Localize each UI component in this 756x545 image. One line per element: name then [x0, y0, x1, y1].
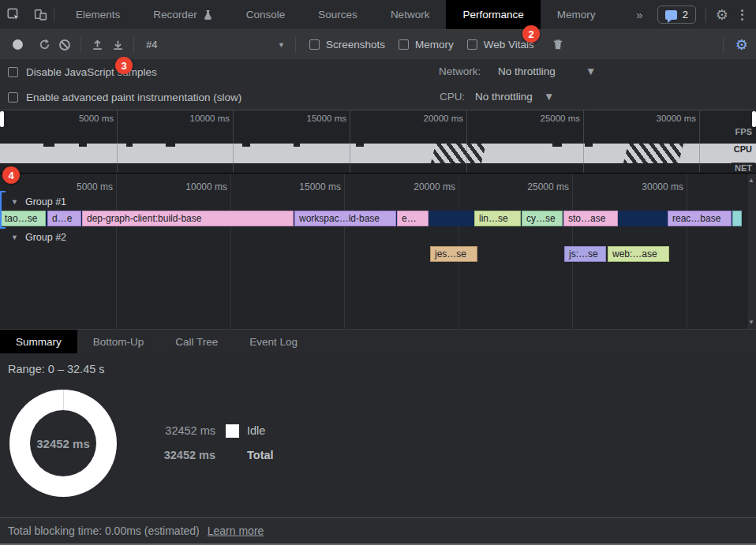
flame-bar-workspac-ld-base[interactable]: workspac…ld-base [294, 211, 396, 226]
checkbox-web-vitals[interactable]: Web Vitals [467, 39, 534, 50]
flame-tick-label: 25000 ms [506, 181, 569, 192]
collapse-triangle-icon: ▼ [11, 198, 18, 206]
details-tab-event-log[interactable]: Event Log [234, 330, 313, 353]
step-badge-3: 3 [115, 57, 133, 74]
overview-gridline [233, 110, 234, 173]
tab-label: Elements [76, 9, 120, 21]
fps-lane-label: FPS [732, 126, 755, 137]
group-header-group-1[interactable]: ▼Group #1 [11, 195, 66, 208]
overview-tick-label: 15000 ms [283, 114, 346, 123]
console-messages-button[interactable]: 2 [657, 6, 696, 24]
record-icon[interactable] [13, 39, 23, 50]
overview-gridline [350, 110, 350, 173]
checkbox-memory[interactable]: Memory [399, 39, 454, 50]
flame-bar-item[interactable] [732, 211, 742, 226]
donut-total-label: 32452 ms [36, 437, 90, 450]
clear-recording-button[interactable] [54, 39, 75, 50]
inspect-element-button[interactable] [0, 0, 27, 29]
tab-network[interactable]: Network [374, 0, 447, 29]
cpu-activity-dip [43, 144, 54, 147]
summary-panel: Range: 0 – 32.45 s 32452 ms 32452 msIdle… [0, 353, 756, 517]
tab-recorder[interactable]: Recorder [137, 0, 230, 29]
disable-js-samples-checkbox[interactable]: Disable JavaScript samples [8, 59, 157, 84]
tab-console[interactable]: Console [230, 0, 302, 29]
flame-bar-dep-graph-client-build-base[interactable]: dep-graph-client:build-base [82, 211, 294, 226]
flame-bar-js-se[interactable]: js:…se [564, 246, 606, 262]
save-profile-button[interactable] [107, 38, 128, 51]
group-header-group-2[interactable]: ▼Group #2 [11, 230, 66, 244]
toggle-device-toolbar-button[interactable] [27, 0, 54, 29]
flame-bar-tao-se[interactable]: tao…se [0, 211, 46, 226]
divider [133, 37, 134, 53]
total-blocking-time-text: Total blocking time: 0.00ms (estimated) [8, 524, 200, 537]
timeline-overview[interactable]: FPS CPU NET 5000 ms10000 ms15000 ms20000… [0, 110, 756, 173]
learn-more-link[interactable]: Learn more [208, 524, 264, 537]
divider [295, 37, 296, 53]
overview-left-drag-handle[interactable] [0, 111, 4, 127]
flame-chart[interactable]: ▲ ▼ 5000 ms10000 ms15000 ms20000 ms25000… [0, 173, 756, 329]
tab-memory[interactable]: Memory [541, 0, 612, 29]
checkbox-box [8, 67, 18, 77]
divider [54, 7, 54, 23]
cpu-busy-hatch [431, 144, 486, 163]
load-profile-button[interactable] [87, 38, 107, 51]
session-label: #4 [146, 39, 157, 50]
flame-tick-label: 5000 ms [50, 181, 113, 192]
details-tab-call-tree[interactable]: Call Tree [159, 330, 234, 353]
tab-elements[interactable]: Elements [59, 0, 137, 29]
flame-bar-sto-ase[interactable]: sto…ase [563, 211, 618, 226]
flame-bar-jes-se[interactable]: jes…se [430, 246, 477, 262]
network-throttling-select[interactable]: No throttling [498, 59, 556, 84]
performance-toolbar: #4 ▼ ScreenshotsMemoryWeb Vitals ⚙ [0, 30, 756, 59]
chevron-down-icon: ▼ [278, 41, 285, 49]
advanced-paint-checkbox[interactable]: Enable advanced paint instrumentation (s… [8, 84, 241, 110]
more-tabs-chevron-icon[interactable]: » [636, 8, 642, 21]
legend-swatch [226, 424, 239, 438]
overview-gridline [117, 110, 118, 173]
cpu-activity-dip [552, 144, 562, 147]
donut-legend: 32452 msIdle32452 msTotal [163, 423, 274, 472]
step-badge-2: 2 [522, 25, 540, 43]
time-breakdown-donut-chart: 32452 ms [9, 390, 117, 497]
more-options-menu-icon[interactable] [738, 9, 747, 21]
capture-settings-gear-icon[interactable]: ⚙ [735, 38, 748, 52]
details-tab-bottom-up[interactable]: Bottom-Up [77, 330, 160, 353]
checkbox-screenshots[interactable]: Screenshots [309, 39, 385, 50]
delete-recording-button[interactable] [548, 38, 568, 51]
tab-bar-right-controls: » 2 ⚙ [631, 0, 756, 29]
flame-gridline [116, 174, 117, 329]
flame-bar-cy-se[interactable]: cy…se [522, 211, 563, 226]
device-toolbar-icon [34, 8, 47, 21]
details-tab-summary[interactable]: Summary [0, 330, 77, 353]
trash-icon [552, 38, 564, 51]
checkbox-label: Enable advanced paint instrumentation (s… [26, 91, 241, 103]
divider [705, 7, 706, 23]
flame-bar-reac-base[interactable]: reac…base [668, 211, 732, 226]
flame-gridline [344, 174, 345, 329]
tab-label: Performance [462, 9, 523, 21]
flame-bar-e[interactable]: e… [397, 211, 429, 226]
tab-sources[interactable]: Sources [301, 0, 374, 29]
cpu-activity-dip [294, 144, 300, 147]
scroll-down-icon[interactable]: ▼ [748, 319, 754, 326]
overview-tick-label: 5000 ms [51, 114, 114, 123]
cpu-throttling-select[interactable]: No throttling [475, 84, 533, 110]
overview-right-drag-handle[interactable] [752, 111, 756, 127]
collapse-triangle-icon: ▼ [11, 233, 18, 241]
legend-label: Idle [247, 424, 265, 437]
settings-gear-icon[interactable]: ⚙ [716, 8, 728, 22]
cpu-busy-hatch [623, 144, 683, 163]
reload-and-record-button[interactable] [34, 38, 54, 51]
flame-bar-web-ase[interactable]: web:…ase [608, 246, 669, 262]
tab-performance[interactable]: Performance [446, 0, 540, 29]
scroll-up-icon[interactable]: ▲ [748, 177, 754, 184]
flame-chart-scrollbar[interactable]: ▲ ▼ [747, 174, 756, 329]
block-icon [59, 39, 70, 50]
flame-bar-lin-se[interactable]: lin…se [474, 211, 521, 226]
overview-gridline [699, 110, 700, 173]
overview-tick-label: 20000 ms [400, 114, 463, 123]
messages-count: 2 [683, 9, 688, 21]
download-arrow-icon [111, 38, 125, 51]
recording-session-select[interactable]: #4 ▼ [146, 39, 285, 50]
flame-bar-d-e[interactable]: d…e [47, 211, 81, 226]
